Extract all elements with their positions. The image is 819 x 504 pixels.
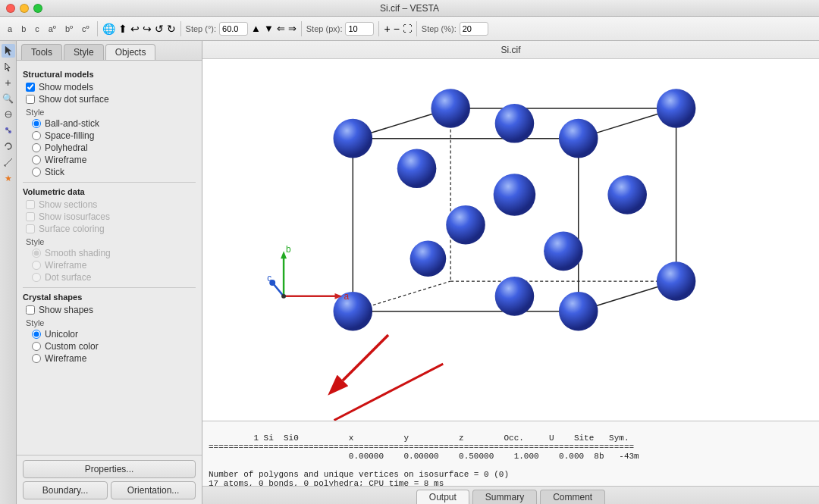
radio-space-filling-input[interactable] (32, 131, 41, 140)
radio-custom-color-input[interactable] (32, 342, 41, 351)
add-tool[interactable]: + (2, 76, 15, 89)
star-tool[interactable]: ★ (2, 171, 15, 185)
output-line3: 0.00000 0.00000 0.50000 1.000 0.000 8b -… (209, 452, 639, 461)
svg-point-27 (657, 89, 696, 128)
svg-point-46 (281, 294, 286, 299)
tab-style[interactable]: Style (64, 44, 104, 60)
show-sections-row: Show sections (26, 199, 196, 210)
globe-icon[interactable]: 🌐 (102, 23, 115, 35)
toolbar-b[interactable]: b (18, 23, 29, 35)
svg-point-25 (559, 292, 598, 331)
show-shapes-checkbox[interactable] (26, 305, 35, 315)
toolbar-icon-5[interactable]: ↻ (167, 23, 176, 35)
svg-point-30 (495, 104, 535, 143)
boundary-button[interactable]: Boundary... (23, 481, 108, 499)
tab-tools[interactable]: Tools (21, 44, 62, 60)
titlebar-buttons (6, 4, 42, 13)
step-pct-input[interactable] (460, 22, 488, 36)
divider-1 (23, 182, 196, 183)
show-dot-surface-checkbox[interactable] (26, 95, 35, 104)
show-sections-checkbox[interactable] (26, 200, 35, 209)
output-tab-summary[interactable]: Summary (472, 490, 537, 504)
step-input[interactable] (219, 22, 248, 36)
toolbar-sep-2 (180, 21, 181, 36)
show-shapes-label: Show shapes (39, 305, 93, 315)
radio-stick-input[interactable] (32, 167, 41, 177)
toolbar-c[interactable]: c (32, 23, 42, 35)
radio-unicolor-input[interactable] (32, 330, 41, 339)
pointer-tool[interactable] (2, 60, 15, 74)
radio-polyhedral-input[interactable] (32, 143, 41, 152)
radio-crystal-wireframe: Wireframe (32, 353, 196, 364)
radio-stick: Stick (32, 167, 196, 177)
toolbar-sep-1 (97, 21, 98, 36)
output-line6: 17 atoms, 0 bonds, 0 polyhedra; CPU time… (209, 479, 444, 486)
toolbar-icon-3[interactable]: ↪ (143, 23, 152, 35)
toolbar-c-deg[interactable]: cº (79, 23, 93, 35)
zoom-minus-icon[interactable]: − (394, 23, 400, 35)
surface-coloring-label: Surface coloring (39, 224, 105, 234)
show-dot-surface-label: Show dot surface (39, 94, 109, 105)
radio-smooth-input[interactable] (32, 249, 41, 258)
properties-button[interactable]: Properties... (23, 460, 196, 478)
radio-ball-stick-input[interactable] (32, 119, 41, 128)
radio-wireframe-input[interactable] (32, 155, 41, 164)
output-line2: ========================================… (209, 443, 634, 452)
toolbar-icon-6[interactable]: ⇐ (277, 23, 285, 34)
radio-dot-surface-input[interactable] (32, 273, 41, 282)
search-tool[interactable]: 🔍 (2, 92, 15, 105)
atom-tool-1[interactable] (2, 108, 15, 121)
radio-vol-wireframe: Wireframe (32, 260, 196, 271)
rotate-tool[interactable] (2, 139, 15, 153)
side-panel: Tools Style Objects Structural models Sh… (17, 41, 202, 504)
select-tool[interactable] (2, 44, 15, 58)
toolbar-down-icon[interactable]: ▼ (264, 23, 274, 34)
footer-btn-row: Boundary... Orientation... (23, 481, 196, 499)
show-isosurfaces-checkbox[interactable] (26, 212, 35, 221)
toolbar-icon-2[interactable]: ↩ (130, 23, 140, 35)
structural-models-title: Structural models (23, 70, 196, 79)
canvas-viewport[interactable]: c b a (202, 59, 819, 421)
radio-polyhedral: Polyhedral (32, 142, 196, 153)
measure-tool[interactable] (2, 155, 15, 169)
surface-coloring-checkbox[interactable] (26, 224, 35, 233)
atom-tool-2[interactable] (2, 124, 15, 137)
toolbar-a-deg[interactable]: aº (46, 23, 59, 35)
toolbar-icon-7[interactable]: ⇒ (288, 23, 297, 34)
radio-crystal-wireframe-input[interactable] (32, 354, 41, 363)
radio-unicolor: Unicolor (32, 329, 196, 340)
canvas-area: Si.cif (202, 41, 819, 504)
radio-custom-color: Custom color (32, 341, 196, 352)
output-tab-output[interactable]: Output (416, 490, 469, 504)
tab-objects[interactable]: Objects (105, 44, 156, 60)
svg-point-26 (431, 89, 470, 128)
canvas-header: Si.cif (202, 41, 819, 59)
radio-dot-surface-label: Dot surface (45, 272, 91, 283)
step-px-input[interactable] (345, 22, 374, 36)
minimize-button[interactable] (20, 4, 29, 13)
radio-space-filling: Space-filling (32, 130, 196, 141)
toolbar-a[interactable]: a (5, 23, 15, 35)
maximize-button[interactable] (33, 4, 42, 13)
toolbar-icon-4[interactable]: ↺ (155, 23, 164, 35)
toolbar-icon-1[interactable]: ⬆ (118, 23, 127, 35)
window-title: Si.cif – VESTA (380, 3, 439, 14)
svg-point-36 (410, 240, 447, 277)
close-button[interactable] (6, 4, 15, 13)
show-isosurfaces-row: Show isosurfaces (26, 211, 196, 222)
radio-unicolor-label: Unicolor (45, 329, 78, 340)
orientation-button[interactable]: Orientation... (111, 481, 196, 499)
radio-stick-label: Stick (45, 167, 64, 177)
toolbar-up-icon[interactable]: ▲ (251, 23, 261, 34)
output-tab-comment[interactable]: Comment (540, 490, 605, 504)
show-models-checkbox[interactable] (26, 83, 35, 92)
left-toolbar: + 🔍 ★ (0, 41, 17, 504)
toolbar-b-deg[interactable]: bº (62, 23, 76, 35)
radio-vol-wireframe-input[interactable] (32, 261, 41, 270)
zoom-plus-icon[interactable]: + (384, 23, 390, 35)
radio-ball-stick-label: Ball-and-stick (45, 118, 99, 129)
radio-wireframe: Wireframe (32, 155, 196, 165)
volumetric-title: Volumetric data (23, 187, 196, 196)
radio-smooth-label: Smooth shading (45, 248, 111, 258)
toolbar-icon-8[interactable]: ⛶ (403, 23, 412, 34)
